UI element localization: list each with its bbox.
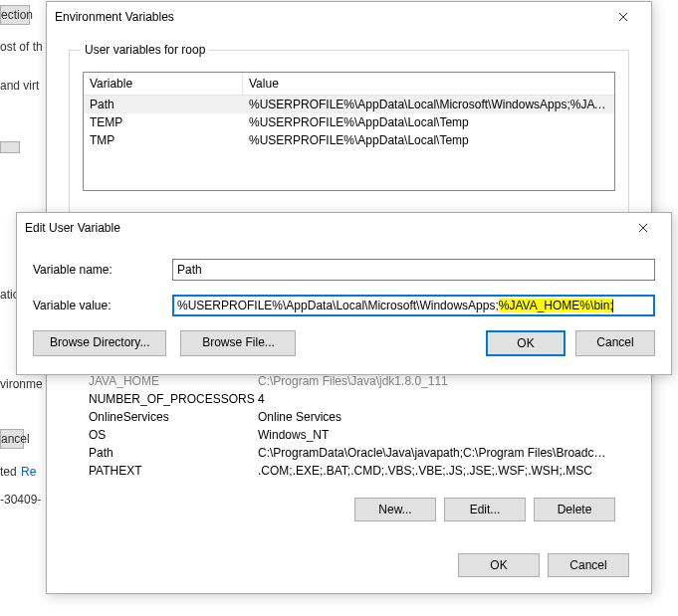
edit-body: Variable name: Variable value: %USERPROF… [17, 243, 671, 376]
bg-text-virt: and virt [0, 79, 39, 93]
variable-value-row: Variable value: %USERPROFILE%\AppData\Lo… [33, 295, 655, 316]
bg-small-button [0, 141, 20, 153]
cell-value: %USERPROFILE%\AppData\Local\Microsoft\Wi… [249, 98, 608, 111]
bg-text-build: -30409- [0, 493, 41, 507]
cell-variable: PATHEXT [89, 464, 258, 478]
cell-variable: JAVA_HOME [89, 374, 258, 388]
edit-cancel-button[interactable]: Cancel [575, 330, 655, 356]
cell-value: %USERPROFILE%\AppData\Local\Temp [249, 133, 608, 147]
cell-variable: OnlineServices [89, 410, 258, 424]
cell-value: Windows_NT [258, 428, 609, 442]
variable-value-label: Variable value: [33, 299, 160, 312]
cell-variable: TMP [90, 133, 249, 147]
bg-text-ted: ted [0, 465, 17, 479]
sys-delete-button[interactable]: Delete [534, 498, 615, 521]
cell-value: Online Services [258, 410, 609, 424]
env-title: Environment Variables [55, 10, 603, 24]
col-variable-header[interactable]: Variable [84, 73, 243, 95]
cell-variable: Path [90, 98, 249, 111]
col-value-header[interactable]: Value [243, 73, 614, 95]
cell-value: 4 [258, 392, 609, 406]
table-row[interactable]: PATHEXT.COM;.EXE;.BAT;.CMD;.VBS;.VBE;.JS… [83, 462, 615, 480]
table-row[interactable]: TEMP%USERPROFILE%\AppData\Local\Temp [84, 113, 614, 131]
cell-variable: Path [89, 446, 258, 460]
cell-variable: TEMP [90, 115, 249, 129]
sys-vars-button-row: New... Edit... Delete [354, 498, 615, 521]
sys-new-button[interactable]: New... [354, 498, 436, 521]
user-vars-header: Variable Value [84, 73, 614, 96]
value-highlight-text: %JAVA_HOME%\bin; [499, 299, 613, 312]
cell-value: C:\ProgramData\Oracle\Java\javapath;C:\P… [258, 446, 609, 460]
user-vars-table[interactable]: Variable Value Path%USERPROFILE%\AppData… [83, 72, 615, 191]
system-vars-visible-rows[interactable]: JAVA_HOMEC:\Program Files\Java\jdk1.8.0_… [83, 372, 615, 480]
variable-name-row: Variable name: [33, 259, 655, 281]
browse-file-button[interactable]: Browse File... [180, 330, 296, 356]
edit-button-row: Browse Directory... Browse File... OK Ca… [33, 330, 655, 356]
variable-name-label: Variable name: [33, 263, 160, 277]
env-titlebar: Environment Variables [47, 2, 651, 32]
text-caret [612, 300, 613, 312]
table-row[interactable]: PathC:\ProgramData\Oracle\Java\javapath;… [83, 444, 615, 462]
bg-text-ost: ost of th [0, 40, 43, 54]
browse-directory-button[interactable]: Browse Directory... [33, 330, 166, 356]
table-row[interactable]: OnlineServicesOnline Services [83, 408, 615, 426]
table-row[interactable]: Path%USERPROFILE%\AppData\Local\Microsof… [84, 96, 614, 113]
table-row[interactable]: NUMBER_OF_PROCESSORS4 [83, 390, 615, 408]
bg-link-re: Re [21, 465, 36, 479]
bg-text-vironme: vironme [0, 377, 43, 391]
variable-name-input[interactable] [172, 259, 655, 281]
table-row[interactable]: OSWindows_NT [83, 426, 615, 444]
edit-titlebar: Edit User Variable [17, 213, 671, 243]
bg-ection-button: ection [0, 5, 30, 25]
edit-title: Edit User Variable [25, 221, 623, 235]
env-dialog-button-row: OK Cancel [458, 553, 629, 577]
cell-value: .COM;.EXE;.BAT;.CMD;.VBS;.VBE;.JS;.JSE;.… [258, 464, 609, 478]
env-cancel-button[interactable]: Cancel [548, 553, 629, 577]
cell-value: C:\Program Files\Java\jdk1.8.0_111 [258, 374, 609, 388]
value-prefix-text: %USERPROFILE%\AppData\Local\Microsoft\Wi… [177, 299, 499, 312]
table-row[interactable]: TMP%USERPROFILE%\AppData\Local\Temp [84, 131, 614, 149]
edit-close-button[interactable] [623, 214, 663, 242]
cell-variable: NUMBER_OF_PROCESSORS [89, 392, 258, 406]
user-vars-group-label: User variables for roop [81, 43, 209, 57]
sys-edit-button[interactable]: Edit... [444, 498, 526, 521]
cell-variable: OS [89, 428, 258, 442]
env-close-button[interactable] [603, 3, 643, 31]
variable-value-input[interactable]: %USERPROFILE%\AppData\Local\Microsoft\Wi… [172, 295, 655, 316]
edit-ok-button[interactable]: OK [486, 330, 565, 356]
cell-value: %USERPROFILE%\AppData\Local\Temp [249, 115, 608, 129]
env-ok-button[interactable]: OK [458, 553, 540, 577]
bg-ancel-button: ancel [0, 429, 24, 449]
edit-user-variable-dialog: Edit User Variable Variable name: Variab… [16, 212, 672, 375]
